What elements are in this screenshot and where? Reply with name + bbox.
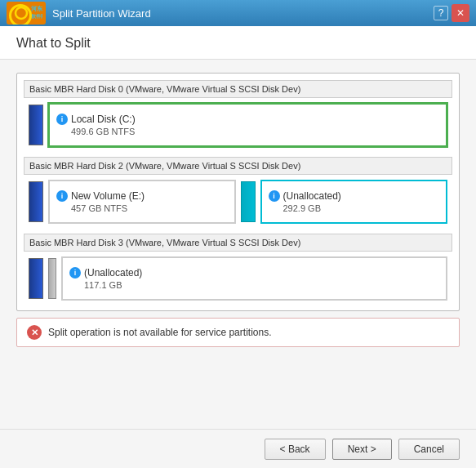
partition-item-e[interactable]: i New Volume (E:) 457 GB NTFS <box>48 180 236 224</box>
disk-group-2: Basic MBR Hard Disk 2 (VMware, VMware Vi… <box>24 157 452 227</box>
info-icon-unalloc-2: i <box>269 190 280 202</box>
cancel-button[interactable]: Cancel <box>398 439 460 460</box>
partition-info-e: 457 GB NTFS <box>56 203 228 213</box>
help-button[interactable]: ? <box>434 6 448 20</box>
partition-name-unalloc-2: (Unallocated) <box>283 190 341 202</box>
disk-container: Basic MBR Hard Disk 0 (VMware, VMware Vi… <box>16 73 460 311</box>
close-button[interactable]: ✕ <box>452 4 469 22</box>
back-button[interactable]: < Back <box>265 439 326 460</box>
disk-header-2: Basic MBR Hard Disk 2 (VMware, VMware Vi… <box>24 157 452 175</box>
partition-name-c: Local Disk (C:) <box>71 114 136 125</box>
disk-bar-3 <box>29 258 43 299</box>
disk-group-0: Basic MBR Hard Disk 0 (VMware, VMware Vi… <box>24 80 452 150</box>
page-title: What to Split <box>16 36 460 51</box>
disk-bar-2 <box>29 181 43 222</box>
partition-teal-bar <box>241 181 256 222</box>
error-icon: ✕ <box>27 325 42 340</box>
next-button[interactable]: Next > <box>332 439 392 460</box>
svg-text:河东: 河东 <box>31 5 42 11</box>
info-icon-e: i <box>56 190 68 202</box>
svg-text:软件网: 软件网 <box>30 13 42 19</box>
title-bar: 河东 软件网 Split Partition Wizard ? ✕ <box>0 0 476 26</box>
partition-info-unalloc-3: 117.1 GB <box>69 280 439 290</box>
disk-group-3: Basic MBR Hard Disk 3 (VMware, VMware Vi… <box>24 234 452 304</box>
partition-info-c: 499.6 GB NTFS <box>56 127 439 136</box>
info-icon-c: i <box>56 114 68 125</box>
partition-name-e: New Volume (E:) <box>71 190 145 202</box>
partition-item-unalloc-3[interactable]: i (Unallocated) 117.1 GB <box>61 256 447 301</box>
disk-bar-0 <box>29 105 43 145</box>
partition-item-unalloc-2[interactable]: i (Unallocated) 292.9 GB <box>260 180 448 224</box>
info-icon-unalloc-3: i <box>69 267 81 279</box>
partition-info-unalloc-2: 292.9 GB <box>269 203 440 213</box>
disk-header-3: Basic MBR Hard Disk 3 (VMware, VMware Vi… <box>24 234 452 252</box>
app-logo: 河东 软件网 <box>7 2 46 25</box>
svg-point-1 <box>16 7 27 19</box>
status-message: Split operation is not available for ser… <box>48 327 271 338</box>
disk-bar-3b <box>48 258 56 299</box>
partition-item-c[interactable]: i Local Disk (C:) 499.6 GB NTFS <box>48 103 447 147</box>
svg-point-0 <box>12 4 30 22</box>
window-title: Split Partition Wizard <box>52 7 151 20</box>
status-bar: ✕ Split operation is not available for s… <box>16 318 460 347</box>
disk-header-0: Basic MBR Hard Disk 0 (VMware, VMware Vi… <box>24 80 452 98</box>
partition-name-unalloc-3: (Unallocated) <box>84 267 142 279</box>
